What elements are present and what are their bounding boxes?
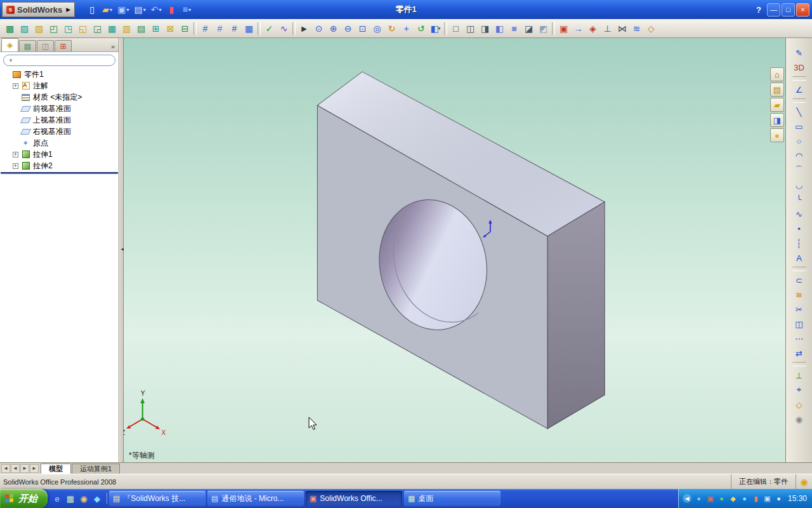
sketch-tool-icon[interactable] xyxy=(792,98,806,103)
sketch-icon[interactable]: ✎ xyxy=(791,46,808,60)
instant3d-icon[interactable]: ∿ ▾ xyxy=(277,21,291,36)
toolbar-options-icon[interactable]: ◇ ▾ xyxy=(644,21,658,36)
toolbar-icon[interactable]: ▾ xyxy=(292,22,296,35)
toolbar-icon[interactable]: ▾ xyxy=(552,22,555,35)
palette-icon[interactable]: ◨ xyxy=(770,113,784,127)
repair-sketch-icon[interactable]: ⌖ xyxy=(791,383,808,397)
tree-expander[interactable]: + xyxy=(13,163,18,169)
view-orientation-icon[interactable]: ▣ ▾ xyxy=(556,21,571,36)
tree-item[interactable]: + 材质 <未指定> xyxy=(0,91,119,103)
display-relations-icon[interactable]: ⊥ xyxy=(791,368,808,382)
ie-icon[interactable]: e xyxy=(51,493,63,504)
cut-icon[interactable]: ◲ ▾ xyxy=(90,21,105,36)
shell-icon[interactable]: ⊞ ▾ xyxy=(148,21,163,36)
graphics-viewport[interactable]: Y X Z *等轴测 ⌂▤▰◨● xyxy=(124,38,785,462)
section-view-icon[interactable]: ◩ ▾ xyxy=(536,21,551,36)
zoom-area-icon[interactable]: ⊡ ▾ xyxy=(355,21,370,36)
line-icon[interactable]: ╲ xyxy=(791,105,808,119)
rotate-view-icon[interactable]: ↻ ▾ xyxy=(384,21,399,36)
task-solidworks-doc[interactable]: ▤ 『SolidWorks 技... xyxy=(109,491,206,506)
mirror-entities-icon[interactable]: ◫ xyxy=(791,317,808,331)
linear-sketch-pattern-icon[interactable]: ⋯ xyxy=(791,331,808,345)
solidworks-menu-button[interactable]: S SolidWorks ▶ xyxy=(2,2,75,17)
part-model[interactable]: Y X Z xyxy=(124,38,785,462)
tab-nav-button[interactable]: ► xyxy=(30,464,39,473)
move-entities-icon[interactable]: ⇄ xyxy=(791,346,808,360)
measure-icon[interactable]: ⋈ ▾ xyxy=(615,21,629,36)
sketch-tool-icon[interactable] xyxy=(792,76,806,81)
zoom-fit-icon[interactable]: ◎ ▾ xyxy=(370,21,384,36)
zoom-out-icon[interactable]: ⊖ ▾ xyxy=(341,21,355,36)
tree-item[interactable]: + 上视基准面 xyxy=(0,114,119,126)
tab-nav-button[interactable]: ◄ xyxy=(11,464,20,473)
tangent-arc-icon[interactable]: ⌒ xyxy=(791,163,808,177)
statusbar-badge-icon[interactable]: ◉ xyxy=(796,474,812,489)
camera-icon[interactable]: → ▾ xyxy=(571,21,586,36)
toolbar-icon[interactable]: ▾ xyxy=(258,22,261,35)
centerpoint-arc-icon[interactable]: ◠ xyxy=(791,149,808,163)
select-icon[interactable]: ► ▾ xyxy=(297,21,311,36)
standard-views-icon[interactable]: ◧ ▾ xyxy=(428,21,443,36)
loft-icon[interactable]: ◱ ▾ xyxy=(75,21,90,36)
undo-icon[interactable]: ↶ ▾ xyxy=(149,3,164,17)
mirror-pattern-icon[interactable]: # ▾ xyxy=(227,21,242,36)
start-button[interactable]: 开始 xyxy=(0,489,48,508)
toolbar-icon[interactable]: ▾ xyxy=(193,22,197,35)
text-icon[interactable]: A xyxy=(791,251,808,265)
chamfer-icon[interactable]: ▥ ▾ xyxy=(119,21,134,36)
sketch-tool-icon[interactable] xyxy=(792,267,806,271)
tree-item[interactable]: + 注解 xyxy=(0,80,119,91)
wireframe-icon[interactable]: □ ▾ xyxy=(449,21,463,36)
minimize-button[interactable]: — xyxy=(767,3,780,17)
rebuild-icon[interactable]: ▮ ▾ xyxy=(164,3,178,17)
hidden-lines-visible-icon[interactable]: ◫ ▾ xyxy=(463,21,478,36)
3-point-arc-icon[interactable]: ◡ xyxy=(791,178,808,192)
rapid-sketch-icon[interactable]: ◉ xyxy=(791,412,808,426)
media-player-icon[interactable]: ◉ xyxy=(78,493,89,504)
spline-icon[interactable]: ∿ xyxy=(791,207,808,221)
sketch-fillet-icon[interactable]: ╰ xyxy=(791,192,808,206)
mass-properties-icon[interactable]: ≋ ▾ xyxy=(629,21,644,36)
help-button[interactable]: ? xyxy=(752,5,765,15)
propertymanager-tab[interactable]: ▤ xyxy=(19,40,36,51)
hidden-lines-removed-icon[interactable]: ◨ ▾ xyxy=(478,21,492,36)
design-library-icon[interactable]: ▤ xyxy=(770,83,784,97)
trim-entities-icon[interactable]: ✂ xyxy=(791,302,808,316)
circle-icon[interactable]: ○ xyxy=(791,134,808,148)
shaded-icon[interactable]: ■ ▾ xyxy=(507,21,521,36)
taskbar-clock[interactable]: 15:30 xyxy=(788,494,807,503)
tree-item[interactable]: + 零件1 xyxy=(0,69,119,80)
panel-chevron-icon[interactable]: » xyxy=(111,43,117,51)
shadows-icon[interactable]: ◪ ▾ xyxy=(521,21,536,36)
curves-icon[interactable]: ✓ ▾ xyxy=(262,21,277,36)
open-icon[interactable]: ▰ ▾ xyxy=(100,3,114,17)
pan-icon[interactable]: + ▾ xyxy=(399,21,414,36)
tree-expander[interactable]: + xyxy=(13,83,18,89)
linear-pattern-icon[interactable]: # ▾ xyxy=(198,21,213,36)
tray-security-icon[interactable]: ▣ xyxy=(705,494,715,504)
tree-item[interactable]: + 右视基准面 xyxy=(0,126,119,137)
dimxpert-tab[interactable]: ⊞ xyxy=(55,40,72,51)
tree-item[interactable]: + 原点 xyxy=(0,137,119,149)
zoom-previous-icon[interactable]: ⊙ ▾ xyxy=(311,21,326,36)
print-icon[interactable]: ▤ ▾ xyxy=(132,3,147,17)
featuremanager-tab[interactable]: ◈ xyxy=(1,38,18,51)
sketch-tool-icon[interactable] xyxy=(792,362,806,366)
smart-dimension-icon[interactable]: ∠ xyxy=(791,83,808,97)
tray-battery-icon[interactable]: ● xyxy=(774,494,783,504)
new-document-icon[interactable]: ▯ ▾ xyxy=(85,3,99,17)
tray-input-icon[interactable]: ▣ xyxy=(763,494,772,504)
draft-icon[interactable]: ⊠ ▾ xyxy=(163,21,178,36)
shaded-with-edges-icon[interactable]: ◧ ▾ xyxy=(492,21,507,36)
tab-nav-button[interactable]: ► xyxy=(20,464,29,473)
quick-snaps-icon[interactable]: ◇ xyxy=(791,398,808,411)
solidworks-resources-icon[interactable]: ⌂ xyxy=(770,67,784,81)
tray-chevron-icon[interactable]: ◀ xyxy=(683,494,691,503)
fillet-icon[interactable]: ▦ ▾ xyxy=(105,21,119,36)
close-button[interactable]: × xyxy=(796,3,809,17)
toolbar-icon[interactable]: ▾ xyxy=(444,22,447,35)
model-tab[interactable]: 模型 xyxy=(41,464,71,474)
maximize-button[interactable]: □ xyxy=(782,3,795,17)
show-desktop-icon[interactable]: ▦ xyxy=(65,493,76,504)
panel-splitter[interactable]: ◄ xyxy=(119,38,124,462)
